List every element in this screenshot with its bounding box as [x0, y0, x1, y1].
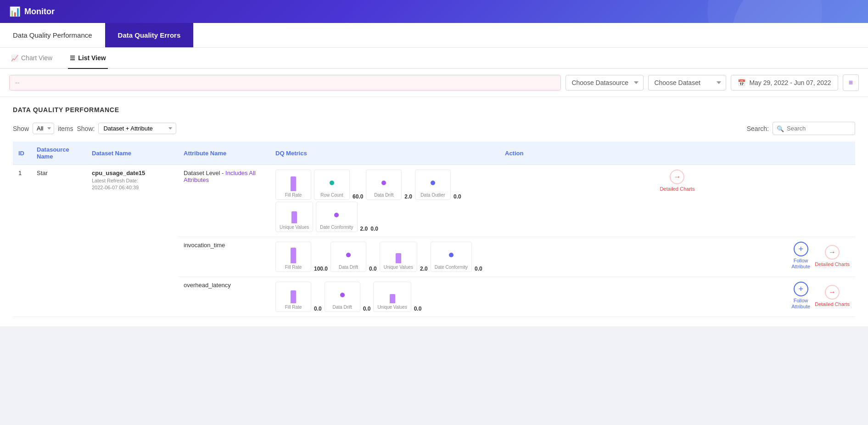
- sub-tabs-bar: 📈 Chart View ☰ List View: [0, 48, 868, 69]
- sub-tab-list[interactable]: ☰ List View: [68, 48, 107, 69]
- metrics-line-overhead: Fill Rate 0.0 Data Drift 0.0: [275, 282, 494, 312]
- fill-rate-inv-value: 100.0: [314, 266, 328, 272]
- metric-row-count: Row Count: [314, 170, 350, 200]
- metric-chart-row-count: [318, 172, 346, 191]
- cell-datasource: Star: [31, 165, 86, 317]
- bar-1: [291, 176, 296, 191]
- dot-inv-2: [449, 253, 454, 257]
- list-icon: ☰: [70, 55, 75, 62]
- tab-errors[interactable]: Data Quality Errors: [105, 23, 194, 47]
- date-conformity-value: 2.0: [360, 226, 368, 232]
- plus-circle-1: +: [794, 242, 808, 256]
- metric-chart-fill-rate-oh: [280, 284, 307, 303]
- cell-action-overhead: + FollowAttribute → Detailed Charts: [499, 277, 855, 317]
- row-count-value: 60.0: [353, 193, 363, 200]
- columns-filter-button[interactable]: ≡: [843, 74, 859, 91]
- refresh-date-label: Latest Refresh Date:: [92, 178, 173, 183]
- metric-chart-date-conformity-inv: [437, 244, 465, 263]
- sub-tab-list-label: List View: [78, 54, 106, 62]
- top-header: 📊 Monitor: [0, 0, 868, 23]
- table-controls: Show All items Show: Dataset + Attribute…: [13, 122, 855, 135]
- unique-values-oh-value: 0.0: [414, 306, 422, 312]
- detailed-charts-button-2[interactable]: → Detailed Charts: [815, 245, 850, 267]
- date-range-filter[interactable]: 📅 May 29, 2022 - Jun 07, 2022: [731, 75, 838, 91]
- metric-data-drift-oh: Data Drift: [325, 282, 360, 312]
- metric-chart-unique-values: [280, 204, 308, 223]
- metric-label-row-count: Row Count: [320, 193, 343, 198]
- data-drift-value: 2.0: [404, 193, 412, 200]
- cell-action-invocation: + FollowAttribute → Detailed Charts: [499, 237, 855, 277]
- data-drift-inv-value: 0.0: [369, 266, 377, 272]
- table-row: 1 Star cpu_usage_date15 Latest Refresh D…: [13, 165, 855, 237]
- items-label: items: [58, 125, 73, 132]
- data-drift-oh-value: 0.0: [363, 306, 371, 312]
- plus-circle-2: +: [794, 282, 808, 296]
- cell-attribute-dataset-level: Dataset Level - Includes All Attributes: [178, 165, 270, 237]
- action-col-2: + FollowAttribute → Detailed Charts: [505, 242, 850, 270]
- metric-unique-values-oh: Unique Values: [373, 282, 411, 312]
- follow-attribute-button-1[interactable]: + FollowAttribute: [791, 242, 810, 270]
- sub-tab-chart[interactable]: 📈 Chart View: [9, 48, 54, 69]
- metric-label-unique-values-oh: Unique Values: [377, 305, 407, 310]
- metric-label-fill-rate: Fill Rate: [285, 193, 302, 198]
- metric-label-date-conformity-inv: Date Conformity: [435, 265, 468, 270]
- dataset-select[interactable]: Choose Dataset: [648, 75, 726, 91]
- follow-attribute-button-2[interactable]: + FollowAttribute: [791, 282, 810, 310]
- metric-chart-fill-rate: [280, 172, 307, 191]
- app-logo: 📊 Monitor: [9, 6, 55, 17]
- metric-label-data-drift-inv: Data Drift: [339, 265, 358, 270]
- detailed-charts-button-3[interactable]: → Detailed Charts: [815, 285, 850, 307]
- filter-text-input[interactable]: [9, 75, 561, 91]
- show-all-select[interactable]: All: [33, 123, 54, 134]
- section-title: DATA QUALITY PERFORMANCE: [13, 106, 855, 113]
- dataset-name: cpu_usage_date15: [92, 170, 173, 176]
- search-input[interactable]: [773, 122, 855, 135]
- data-outlier-value: 0.0: [454, 193, 461, 200]
- bar-oh-2: [390, 294, 395, 303]
- detailed-charts-label-2: Detailed Charts: [815, 261, 850, 267]
- show-mode-label: Show:: [77, 125, 95, 132]
- bar-inv-1: [291, 248, 296, 263]
- dot-purple-2: [334, 213, 339, 217]
- arrow-circle-2: →: [825, 245, 840, 260]
- show-mode-select[interactable]: Dataset + Attribute: [98, 123, 176, 134]
- search-wrap: 🔍: [773, 122, 855, 135]
- cell-attribute-invocation: invocation_time: [178, 237, 270, 277]
- dot-teal-1: [330, 181, 334, 185]
- col-metrics: DQ Metrics: [270, 142, 499, 165]
- action-col-3: + FollowAttribute → Detailed Charts: [505, 282, 850, 310]
- follow-label-2: FollowAttribute: [791, 298, 810, 310]
- metrics-line-1: Fill Rate Row Count 60.0: [275, 170, 494, 200]
- tab-performance[interactable]: Data Quality Performance: [0, 23, 105, 47]
- col-attribute: Attribute Name: [178, 142, 270, 165]
- datasource-select[interactable]: Choose Datasource: [566, 75, 644, 91]
- metric-chart-fill-rate-inv: [280, 244, 307, 263]
- dot-purple-1: [381, 181, 386, 185]
- attr-name-overhead: overhead_latency: [184, 282, 231, 289]
- arrow-circle-3: →: [825, 285, 840, 300]
- metric-unique-values: Unique Values: [275, 202, 313, 232]
- detailed-charts-label-1: Detailed Charts: [660, 186, 695, 192]
- calendar-icon: 📅: [738, 79, 745, 86]
- dq-table: ID Datasource Name Dataset Name Attribut…: [13, 142, 855, 317]
- metric-chart-unique-values-inv: [385, 244, 412, 263]
- unique-values-inv-value: 2.0: [420, 266, 428, 272]
- metric-chart-data-drift-inv: [335, 244, 362, 263]
- attr-name-dataset-level: Dataset Level -: [184, 170, 225, 176]
- metric-fill-rate-inv: Fill Rate: [275, 242, 311, 272]
- bar-oh-1: [291, 290, 296, 303]
- app-name: Monitor: [24, 7, 55, 17]
- detailed-charts-button-1[interactable]: → Detailed Charts: [660, 170, 695, 192]
- metric-label-fill-rate-oh: Fill Rate: [285, 305, 302, 310]
- tabs-bar: Data Quality Performance Data Quality Er…: [0, 23, 868, 48]
- metric-label-data-drift-oh: Data Drift: [333, 305, 352, 310]
- col-id: ID: [13, 142, 31, 165]
- cell-metrics-invocation: Fill Rate 100.0 Data Drift 0.0: [270, 237, 499, 277]
- col-datasource: Datasource Name: [31, 142, 86, 165]
- attr-name-invocation: invocation_time: [184, 242, 225, 249]
- bar-uv: [291, 211, 297, 223]
- metric-label-data-outlier: Data Outlier: [420, 193, 445, 198]
- search-label: Search:: [747, 125, 769, 132]
- fill-rate-oh-value: 0.0: [314, 306, 322, 312]
- metric-label-data-drift: Data Drift: [374, 193, 393, 198]
